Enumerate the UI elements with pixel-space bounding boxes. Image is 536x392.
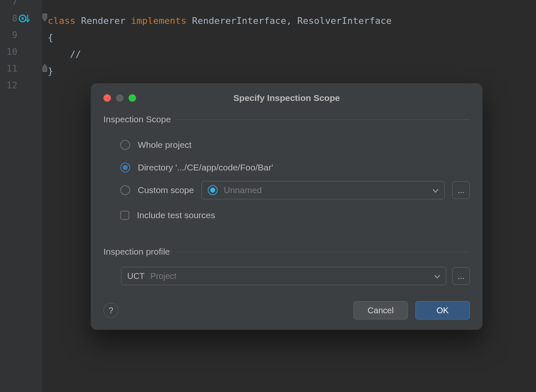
line-number: 11 <box>7 64 18 74</box>
scope-shared-icon <box>208 185 218 195</box>
custom-scope-value: Unnamed <box>224 185 262 195</box>
include-tests-checkbox[interactable] <box>120 211 129 220</box>
line-number: 7 <box>12 0 18 7</box>
ok-button[interactable]: OK <box>415 301 470 320</box>
dialog-titlebar: Specify Inspection Scope <box>103 91 470 105</box>
line-number: 10 <box>7 47 18 57</box>
line-number: 8 <box>12 13 18 23</box>
fold-end-icon[interactable] <box>42 63 48 72</box>
code-line: // <box>48 46 392 63</box>
custom-scope-label: Custom scope <box>138 185 194 195</box>
dialog-title: Specify Inspection Scope <box>103 93 470 103</box>
implements-list: RendererInterface, ResolverInterface <box>192 15 392 26</box>
close-icon[interactable] <box>103 94 111 102</box>
keyword-class: class <box>48 15 75 26</box>
inspection-scope-dialog: Specify Inspection Scope Inspection Scop… <box>90 83 483 330</box>
profile-hint: Project <box>150 271 176 281</box>
whole-project-label: Whole project <box>138 140 191 150</box>
code-area[interactable]: class Renderer implements RendererInterf… <box>48 0 392 96</box>
radio-directory[interactable] <box>120 162 130 173</box>
include-tests-label: Include test sources <box>137 210 215 220</box>
profile-browse-button[interactable]: ... <box>452 267 470 285</box>
custom-scope-combo[interactable]: Unnamed <box>201 181 445 199</box>
svg-point-1 <box>21 17 24 20</box>
line-number: 12 <box>7 80 18 90</box>
minimize-icon <box>116 94 124 102</box>
radio-custom-scope[interactable] <box>120 185 130 195</box>
section-profile-label: Inspection profile <box>103 247 170 257</box>
keyword-implements: implements <box>131 15 186 26</box>
chevron-down-icon <box>433 185 438 195</box>
code-line: { <box>48 29 392 46</box>
profile-name: UCT <box>127 271 144 281</box>
implements-gutter-icon[interactable] <box>18 13 33 28</box>
maximize-icon[interactable] <box>129 94 136 102</box>
chevron-down-icon <box>434 271 440 281</box>
custom-scope-browse-button[interactable]: ... <box>452 181 470 199</box>
radio-whole-project[interactable] <box>120 140 130 150</box>
code-line: } <box>48 63 392 80</box>
section-scope-label: Inspection Scope <box>103 114 171 124</box>
fold-start-icon[interactable] <box>42 13 48 22</box>
editor-gutter: 7 8 9 10 11 12 <box>0 0 42 392</box>
class-name: Renderer <box>81 15 125 26</box>
divider <box>177 119 470 120</box>
line-number: 9 <box>12 30 18 40</box>
cancel-button[interactable]: Cancel <box>353 301 408 320</box>
fold-column <box>42 0 48 392</box>
directory-label: Directory '.../CE/app/code/Foo/Bar' <box>138 162 273 173</box>
help-button[interactable]: ? <box>103 303 119 318</box>
profile-combo[interactable]: UCT Project <box>121 267 446 285</box>
divider <box>176 252 470 252</box>
